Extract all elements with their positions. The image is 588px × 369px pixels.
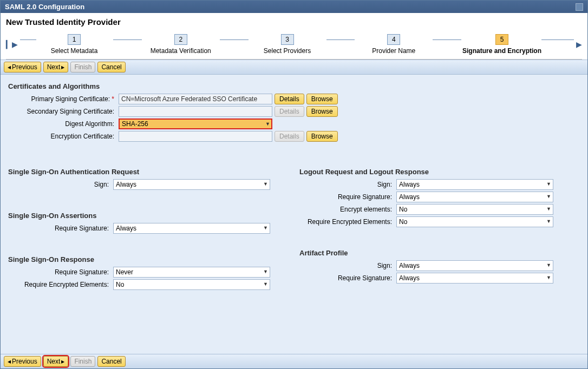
wizard-line	[220, 39, 249, 40]
row-logout-encrypt: Encrypt elements: No	[299, 204, 580, 215]
wizard-line	[541, 39, 574, 40]
wizard-start-icon: ▎▶	[6, 40, 18, 49]
row-logout-sign: Sign: Always	[299, 179, 580, 190]
row-artifact-reqsig: Require Signature: Always	[299, 273, 580, 284]
cancel-button[interactable]: Cancel	[97, 62, 125, 73]
row-primary-cert: Primary Signing Certificate: * Details B…	[8, 94, 580, 104]
artifact-sign-select[interactable]: Always	[396, 260, 553, 271]
digest-algorithm-select[interactable]: SHA-256	[119, 118, 272, 129]
finish-button[interactable]: Finish	[70, 356, 95, 367]
finish-button[interactable]: Finish	[70, 62, 95, 73]
chevron-right-icon: ▶	[61, 359, 64, 364]
header-area: New Trusted Identity Provider ▎▶ 1 Selec…	[1, 13, 587, 60]
row-logout-reqenc: Require Encrypted Elements: No	[299, 216, 580, 227]
window-title: SAML 2.0 Configuration	[5, 3, 84, 11]
label-digest-algorithm: Digest Algorithm:	[8, 120, 116, 128]
saml-config-window: SAML 2.0 Configuration New Trusted Ident…	[0, 0, 588, 369]
wizard-step-3[interactable]: 3 Select Providers	[250, 34, 325, 55]
wizard-line	[20, 39, 36, 40]
label-secondary-cert: Secondary Signing Certificate:	[8, 108, 116, 115]
wizard-step-2[interactable]: 2 Metadata Verification	[143, 34, 219, 55]
logout-sign-select[interactable]: Always	[396, 179, 553, 190]
label-sign: Sign:	[299, 181, 394, 188]
details-button[interactable]: Details	[275, 94, 304, 104]
row-sso-assert-reqsig: Require Signature: Always	[8, 223, 289, 234]
label-sign: Sign:	[299, 262, 394, 269]
wizard-step-4[interactable]: 4 Provider Name	[356, 34, 432, 55]
wizard-step-1[interactable]: 1 Select Metadata	[36, 34, 112, 55]
secondary-signing-cert-input[interactable]	[119, 106, 272, 117]
sso-assert-require-signature-select[interactable]: Always	[113, 223, 270, 234]
wizard-steps: ▎▶ 1 Select Metadata 2 Metadata Verifica…	[6, 32, 582, 60]
sso-auth-sign-select[interactable]: Always	[113, 179, 270, 190]
row-secondary-cert: Secondary Signing Certificate: Details B…	[8, 106, 580, 117]
page-title: New Trusted Identity Provider	[6, 17, 582, 27]
wizard-step-5[interactable]: 5 Signature and Encryption	[462, 34, 541, 55]
step-label: Signature and Encryption	[462, 47, 541, 55]
wizard-line	[433, 39, 461, 40]
label-primary-cert: Primary Signing Certificate: *	[8, 95, 116, 103]
row-sso-auth-sign: Sign: Always	[8, 179, 289, 190]
step-number: 1	[68, 34, 81, 45]
label-sign: Sign:	[8, 181, 111, 188]
two-column-area: Single Sign-On Authentication Request Si…	[8, 168, 580, 292]
sso-resp-require-encrypted-select[interactable]: No	[113, 279, 270, 290]
row-logout-reqsig: Require Signature: Always	[299, 192, 580, 202]
artifact-require-signature-select[interactable]: Always	[396, 273, 553, 284]
cancel-button[interactable]: Cancel	[97, 356, 125, 367]
maximize-icon[interactable]	[576, 3, 583, 11]
label-encrypt-elements: Encrypt elements:	[299, 206, 394, 213]
logout-require-encrypted-select[interactable]: No	[396, 216, 553, 227]
logout-require-signature-select[interactable]: Always	[396, 192, 553, 202]
label-require-signature: Require Signature:	[8, 225, 111, 232]
browse-button[interactable]: Browse	[306, 131, 338, 142]
step-number: 2	[174, 34, 187, 45]
toolbar-bottom: ◀Previous Next▶ Finish Cancel	[1, 354, 587, 368]
chevron-left-icon: ◀	[8, 359, 11, 364]
chevron-left-icon: ◀	[8, 65, 11, 70]
left-column: Single Sign-On Authentication Request Si…	[8, 168, 289, 292]
section-sso-auth: Single Sign-On Authentication Request	[8, 168, 289, 176]
section-sso-assertions: Single Sign-On Assertions	[8, 212, 289, 220]
logout-encrypt-elements-select[interactable]: No	[396, 204, 553, 215]
step-label: Select Metadata	[51, 47, 98, 55]
details-button[interactable]: Details	[275, 106, 304, 117]
wizard-line	[326, 39, 355, 40]
previous-button[interactable]: ◀Previous	[4, 356, 41, 367]
row-artifact-sign: Sign: Always	[299, 260, 580, 271]
step-label: Metadata Verification	[151, 47, 211, 55]
section-certificates: Certificates and Algorithms	[8, 82, 580, 90]
chevron-right-icon: ▶	[61, 65, 64, 70]
step-number: 3	[281, 34, 294, 45]
sso-resp-require-signature-select[interactable]: Never	[113, 267, 270, 278]
label-require-encrypted: Require Encrypted Elements:	[8, 281, 111, 288]
browse-button[interactable]: Browse	[306, 106, 338, 117]
step-label: Provider Name	[372, 47, 415, 55]
browse-button[interactable]: Browse	[306, 94, 338, 104]
encryption-cert-input[interactable]	[119, 131, 272, 142]
section-logout: Logout Request and Logout Response	[299, 168, 580, 176]
section-sso-response: Single Sign-On Response	[8, 255, 289, 263]
row-sso-resp-reqenc: Require Encrypted Elements: No	[8, 279, 289, 290]
label-require-signature: Require Signature:	[8, 268, 111, 276]
next-button[interactable]: Next▶	[43, 62, 69, 73]
label-require-encrypted: Require Encrypted Elements:	[299, 218, 394, 226]
content-area: Certificates and Algorithms Primary Sign…	[1, 75, 587, 354]
row-digest-algorithm: Digest Algorithm: SHA-256	[8, 118, 580, 129]
previous-button[interactable]: ◀Previous	[4, 62, 41, 73]
row-sso-resp-reqsig: Require Signature: Never	[8, 267, 289, 278]
wizard-end-icon: ▶	[576, 40, 582, 49]
next-button[interactable]: Next▶	[43, 356, 69, 367]
details-button[interactable]: Details	[275, 131, 304, 142]
right-column: Logout Request and Logout Response Sign:…	[299, 168, 580, 292]
step-number: 4	[387, 34, 400, 45]
wizard-line	[113, 39, 142, 40]
label-require-signature: Require Signature:	[299, 193, 394, 201]
step-label: Select Providers	[264, 47, 311, 55]
label-require-signature: Require Signature:	[299, 274, 394, 282]
step-number: 5	[495, 34, 508, 45]
titlebar: SAML 2.0 Configuration	[1, 1, 587, 13]
toolbar-top: ◀Previous Next▶ Finish Cancel	[1, 60, 587, 75]
primary-signing-cert-input[interactable]	[119, 94, 272, 104]
row-encryption-cert: Encryption Certificate: Details Browse	[8, 131, 580, 142]
